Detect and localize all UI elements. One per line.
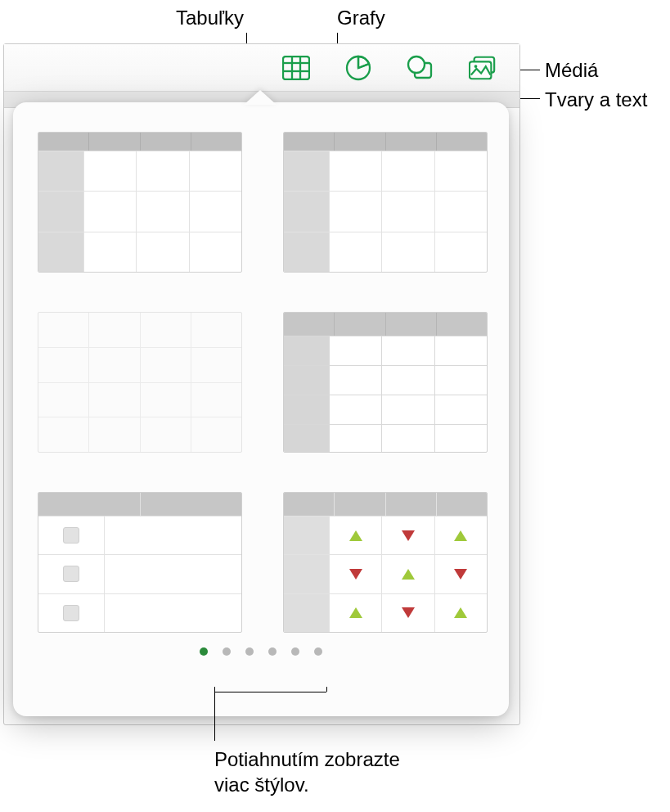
toolbar	[4, 44, 519, 92]
table-style-option-1[interactable]	[38, 132, 242, 273]
media-button[interactable]	[469, 54, 497, 82]
triangle-down-icon	[454, 569, 467, 580]
table-style-option-6[interactable]	[283, 492, 488, 633]
triangle-down-icon	[402, 530, 415, 541]
table-style-option-4[interactable]	[283, 312, 488, 453]
caption-swipe-hint: Potiahnutím zobrazte viac štýlov.	[214, 747, 400, 797]
page-dot-3[interactable]	[245, 647, 254, 656]
callout-line	[214, 692, 215, 741]
svg-point-9	[408, 56, 425, 73]
triangle-up-icon	[349, 607, 362, 618]
shapes-button[interactable]	[407, 54, 434, 82]
callout-tick	[214, 687, 215, 692]
page-dot-4[interactable]	[268, 647, 277, 656]
page-dot-1[interactable]	[200, 647, 208, 656]
page-dot-2[interactable]	[223, 647, 231, 656]
checkbox-icon	[63, 527, 79, 544]
svg-line-7	[358, 64, 369, 68]
checkbox-icon	[63, 605, 79, 621]
table-style-option-3[interactable]	[38, 312, 242, 453]
callout-shapes: Tvary a text	[545, 88, 647, 111]
callout-tables: Tabuľky	[176, 7, 244, 29]
svg-rect-0	[283, 56, 309, 79]
tables-button[interactable]	[282, 54, 310, 82]
charts-button[interactable]	[344, 54, 372, 82]
callout-tick	[326, 687, 327, 692]
callout-line	[214, 692, 326, 692]
triangle-down-icon	[349, 569, 362, 580]
page-dot-6[interactable]	[314, 647, 322, 656]
callout-media: Médiá	[545, 59, 598, 82]
shape-icon	[407, 55, 434, 81]
table-icon	[282, 56, 310, 80]
svg-point-12	[474, 65, 478, 68]
caption-line1: Potiahnutím zobrazte	[214, 748, 400, 770]
triangle-up-icon	[454, 530, 467, 541]
callout-charts: Grafy	[337, 7, 385, 29]
page-dot-5[interactable]	[291, 647, 299, 656]
checkbox-icon	[63, 566, 79, 582]
page-indicator[interactable]	[13, 647, 509, 656]
media-icon	[469, 56, 497, 80]
chart-icon	[345, 55, 371, 81]
table-styles-popover	[13, 102, 509, 716]
table-style-option-5[interactable]	[38, 492, 242, 633]
triangle-up-icon	[349, 530, 362, 541]
triangle-up-icon	[454, 607, 467, 618]
caption-line2: viac štýlov.	[214, 774, 309, 796]
triangle-down-icon	[402, 607, 415, 618]
table-style-option-2[interactable]	[283, 132, 488, 273]
table-styles-grid	[13, 102, 509, 626]
triangle-up-icon	[402, 569, 415, 580]
popover-arrow	[244, 90, 277, 105]
